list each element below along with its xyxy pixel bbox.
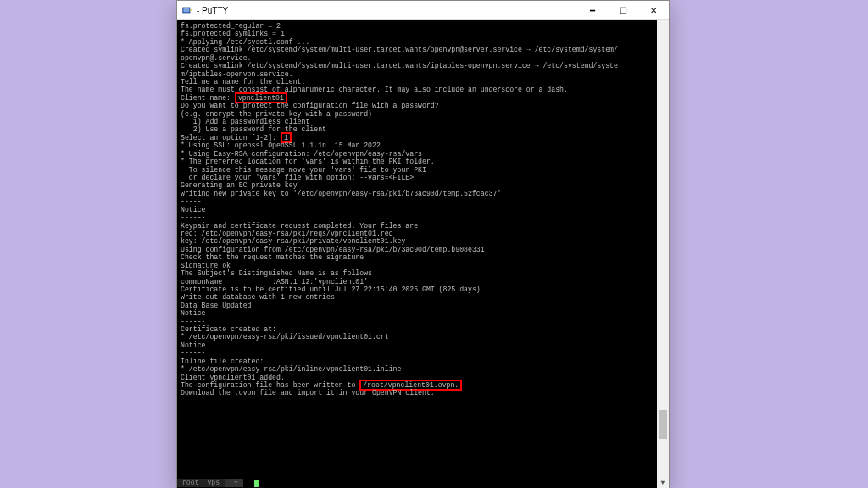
- cursor: [254, 480, 259, 487]
- putty-window: - PuTTY ━ ☐ ✕ ▲ ▼ fs.protected_regular =…: [176, 0, 670, 488]
- svg-rect-2: [190, 9, 192, 11]
- prompt: root vps ~: [177, 479, 259, 487]
- terminal-content: fs.protected_regular = 2fs.protected_sym…: [181, 22, 654, 488]
- titlebar[interactable]: - PuTTY ━ ☐ ✕: [177, 1, 669, 20]
- prompt-user: root vps: [177, 479, 225, 487]
- terminal[interactable]: ▲ ▼ fs.protected_regular = 2fs.protected…: [177, 20, 669, 488]
- scroll-thumb[interactable]: [659, 410, 667, 439]
- maximize-button[interactable]: ☐: [608, 1, 638, 19]
- scrollbar[interactable]: ▲ ▼: [657, 20, 669, 488]
- prompt-path: ~: [225, 479, 243, 487]
- close-button[interactable]: ✕: [638, 1, 669, 19]
- minimize-button[interactable]: ━: [577, 1, 608, 19]
- window-title: - PuTTY: [197, 6, 577, 15]
- prompt-tail: [243, 479, 253, 487]
- scroll-down-arrow[interactable]: ▼: [657, 477, 669, 488]
- putty-icon: [182, 5, 192, 15]
- scroll-track[interactable]: [657, 32, 669, 477]
- svg-rect-1: [184, 8, 190, 13]
